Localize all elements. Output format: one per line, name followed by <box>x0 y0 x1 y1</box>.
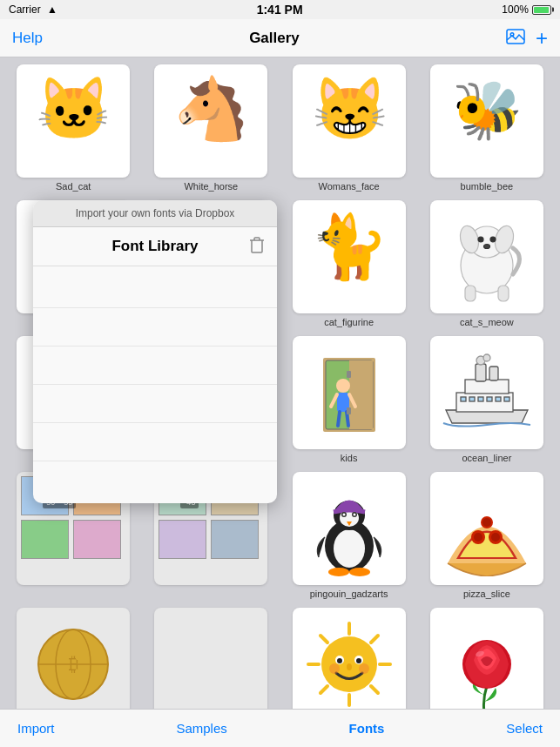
wifi-icon: ▲ <box>47 3 57 16</box>
font-list-item[interactable] <box>33 308 277 347</box>
svg-rect-74 <box>487 397 492 401</box>
carrier-label: Carrier <box>9 3 41 16</box>
svg-rect-75 <box>496 397 501 401</box>
gallery-item-tomas-rose[interactable]: tomas_arad_red_rose <box>422 608 551 709</box>
svg-rect-76 <box>504 397 509 401</box>
gallery-item-cat-figurine[interactable]: 🐈 cat_figurine <box>285 200 414 327</box>
popup-list <box>33 266 277 503</box>
svg-text:😸: 😸 <box>311 73 388 145</box>
popup-title: Font Library <box>111 238 198 255</box>
font-library-popup: Import your own fonts via Dropbox Font L… <box>33 200 277 503</box>
gallery-item-label: Sad_cat <box>56 181 91 192</box>
svg-line-61 <box>338 412 340 426</box>
gallery-item-white-horse[interactable]: 🐴 White_horse <box>146 64 275 192</box>
help-button[interactable]: Help <box>12 30 43 47</box>
svg-point-70 <box>483 354 490 361</box>
trash-button[interactable] <box>249 236 265 258</box>
page-title: Gallery <box>249 30 300 47</box>
svg-rect-38 <box>465 286 476 301</box>
svg-point-91 <box>474 533 482 542</box>
svg-point-93 <box>482 518 491 527</box>
svg-rect-63 <box>347 371 351 378</box>
svg-text:🐈: 🐈 <box>310 210 388 284</box>
add-button[interactable]: + <box>536 28 548 49</box>
gallery-item-label: Womans_face <box>319 181 380 192</box>
gallery-item-partial1[interactable]: ₿ <box>9 608 138 709</box>
svg-point-92 <box>491 533 500 542</box>
import-button[interactable]: Import <box>17 721 55 736</box>
gallery-item-label: bumble_bee <box>461 181 514 192</box>
gallery-item-label: pizza_slice <box>463 589 510 599</box>
time-display: 1:41 PM <box>57 3 502 17</box>
gallery-item-label: White_horse <box>184 181 238 192</box>
gallery-item-pingouin[interactable]: pingouin_gadzarts <box>285 472 414 599</box>
font-list-item[interactable] <box>33 385 277 423</box>
svg-text:🐝: 🐝 <box>451 77 523 145</box>
gallery-item-cat-s-meow[interactable]: cat_s_meow <box>422 200 551 327</box>
gallery-item-womans-face[interactable]: 😸 Womans_face <box>285 64 414 192</box>
select-button[interactable]: Select <box>506 721 543 736</box>
font-list-item[interactable] <box>33 270 277 308</box>
svg-point-78 <box>334 529 365 568</box>
samples-button[interactable]: Samples <box>176 721 226 736</box>
svg-point-109 <box>337 658 342 663</box>
gallery-item-sole-3[interactable]: sole_3 <box>285 608 414 709</box>
svg-rect-56 <box>349 360 373 429</box>
svg-rect-65 <box>456 393 513 412</box>
svg-point-84 <box>353 514 355 516</box>
toolbar: Import Samples Fonts Select <box>0 709 560 747</box>
gallery-item-pizza-slice[interactable]: pizza_slice <box>422 472 551 599</box>
font-list-item[interactable] <box>33 347 277 385</box>
svg-rect-39 <box>498 286 509 301</box>
gallery-item-ocean-liner[interactable]: ocean_liner <box>422 336 551 463</box>
svg-line-105 <box>320 686 327 693</box>
gallery-item-kids[interactable]: kids <box>285 336 414 463</box>
svg-point-87 <box>349 568 370 576</box>
nav-right: + <box>506 28 548 49</box>
gallery-item-label: kids <box>341 453 358 463</box>
svg-point-111 <box>347 663 352 670</box>
gallery-item-label: ocean_liner <box>462 453 511 463</box>
svg-line-104 <box>371 636 378 643</box>
svg-point-37 <box>483 245 489 249</box>
svg-text:₿: ₿ <box>69 653 78 675</box>
svg-point-57 <box>336 379 350 393</box>
svg-rect-72 <box>469 397 475 401</box>
battery-percentage: 100% <box>502 3 529 16</box>
svg-rect-66 <box>465 380 509 394</box>
svg-point-112 <box>329 663 340 674</box>
svg-point-83 <box>342 514 345 516</box>
svg-point-35 <box>478 237 483 242</box>
svg-point-86 <box>328 568 349 576</box>
nav-bar: Help Gallery + <box>0 19 560 57</box>
svg-line-102 <box>320 636 327 643</box>
popup-import-hint: Import your own fonts via Dropbox <box>33 200 277 227</box>
font-list-item[interactable] <box>33 423 277 461</box>
image-button[interactable] <box>506 29 525 48</box>
font-list-item[interactable] <box>33 461 277 500</box>
battery-indicator: 100% <box>502 3 551 16</box>
battery-icon <box>532 5 551 15</box>
svg-point-113 <box>359 663 369 674</box>
svg-point-110 <box>356 658 361 663</box>
svg-rect-73 <box>478 397 483 401</box>
svg-rect-68 <box>489 367 498 380</box>
svg-text:🐴: 🐴 <box>173 73 250 145</box>
svg-point-36 <box>490 237 496 242</box>
gallery-item-partial2[interactable] <box>146 608 275 709</box>
gallery-item-label: cat_s_meow <box>460 317 514 327</box>
svg-text:🐱: 🐱 <box>36 73 112 145</box>
popup-header: Font Library <box>33 227 277 266</box>
gallery-item-label: pingouin_gadzarts <box>310 589 388 599</box>
svg-rect-71 <box>461 397 466 401</box>
carrier-text: Carrier ▲ <box>9 3 57 16</box>
fonts-button[interactable]: Fonts <box>349 721 385 736</box>
import-hint-text: Import your own fonts via Dropbox <box>76 207 235 219</box>
gallery-item-bumble-bee[interactable]: 🐝 bumble_bee <box>422 64 551 192</box>
gallery-item-sad-cat[interactable]: 🐱 Sad_cat <box>9 64 138 192</box>
gallery-item-label: cat_figurine <box>324 317 374 327</box>
status-bar: Carrier ▲ 1:41 PM 100% <box>0 0 560 19</box>
svg-rect-67 <box>476 364 486 381</box>
nav-left: Help <box>12 30 43 47</box>
svg-rect-64 <box>347 407 351 414</box>
